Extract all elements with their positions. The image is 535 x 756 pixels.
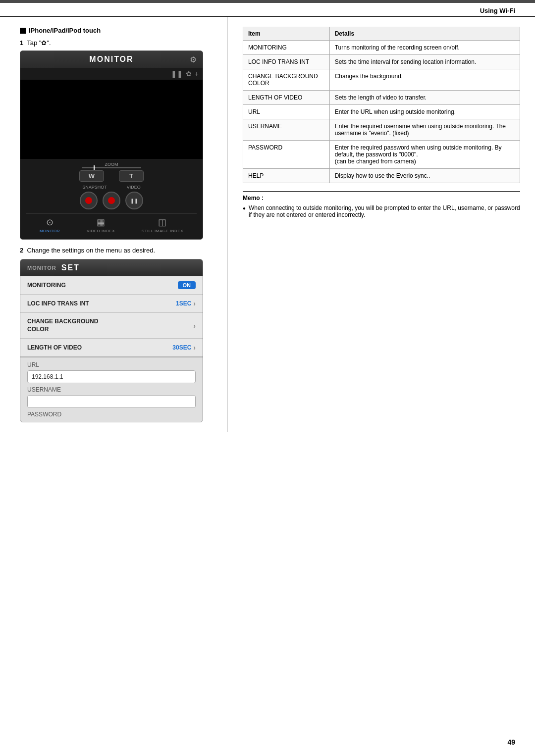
zoom-row: ZOOM xyxy=(26,162,197,168)
nav-video-index[interactable]: ▦ VIDEO INDEX xyxy=(87,217,115,233)
still-index-icon: ◫ xyxy=(158,217,166,228)
snapshot-button[interactable] xyxy=(80,192,98,209)
record-btns-row xyxy=(26,192,197,209)
record-button[interactable] xyxy=(103,192,120,209)
table-cell-details: Enter the required username when using o… xyxy=(329,119,520,141)
table-cell-item: MONITORING xyxy=(243,41,330,55)
monitor-mockup: MONITOR ⚙ ❚❚ ✿ + ZOOM xyxy=(20,50,203,240)
page-number: 49 xyxy=(507,738,515,746)
pause-icon[interactable]: ❚❚ xyxy=(171,70,183,78)
w-button[interactable]: W xyxy=(79,170,104,182)
monitor-nav-label: MONITOR xyxy=(40,229,60,233)
monitor-nav-icon: ⊙ xyxy=(46,217,54,228)
set-title-bar: MONITOR SET xyxy=(20,259,203,276)
length-video-value: 30SEC › xyxy=(172,344,196,352)
length-video-label: LENGTH OF VIDEO xyxy=(27,344,82,351)
table-cell-details: Display how to use the Everio sync.. xyxy=(329,169,520,183)
set-title: SET xyxy=(61,263,80,272)
add-icon[interactable]: + xyxy=(195,70,199,78)
table-cell-item: URL xyxy=(243,105,330,119)
set-row-change-bg[interactable]: CHANGE BACKGROUNDCOLOR › xyxy=(20,313,203,339)
video-index-label: VIDEO INDEX xyxy=(87,229,115,233)
section-icon xyxy=(20,28,26,34)
table-row: LOC INFO TRANS INT Sets the time interva… xyxy=(243,55,520,69)
table-cell-item: CHANGE BACKGROUND COLOR xyxy=(243,69,330,91)
loc-info-chevron-icon: › xyxy=(193,300,196,307)
table-cell-details: Turns monitoring of the recording screen… xyxy=(329,41,520,55)
set-mockup: MONITOR SET MONITORING ON LOC INFO TRANS… xyxy=(20,259,203,422)
set-body: MONITORING ON LOC INFO TRANS INT 1SEC › … xyxy=(20,276,203,422)
section-heading: iPhone/iPad/iPod touch xyxy=(20,27,213,34)
set-row-monitoring[interactable]: MONITORING ON xyxy=(20,276,203,295)
snap-video-row: SNAPSHOT VIDEO xyxy=(26,185,197,190)
memo-section: Memo : When connecting to outside monito… xyxy=(243,191,520,218)
change-bg-chevron-icon: › xyxy=(193,322,196,330)
table-cell-details: Enter the required password when using o… xyxy=(329,141,520,169)
monitor-title-bar: MONITOR ⚙ xyxy=(20,51,203,68)
table-cell-item: USERNAME xyxy=(243,119,330,141)
username-input[interactable] xyxy=(27,395,196,408)
set-monitoring-label: MONITORING xyxy=(27,282,66,289)
monitor-controls: ZOOM W T SNAPSHOT VIDEO xyxy=(20,159,203,239)
zoom-indicator xyxy=(94,165,95,170)
main-content: iPhone/iPad/iPod touch 1 Tap "✿". MONITO… xyxy=(0,17,535,432)
monitoring-on-badge: ON xyxy=(178,281,196,289)
table-row: LENGTH OF VIDEO Sets the length of video… xyxy=(243,91,520,105)
page-header: Using Wi-Fi xyxy=(0,3,535,17)
table-cell-item: HELP xyxy=(243,169,330,183)
length-video-chevron-icon: › xyxy=(193,344,196,352)
table-row: USERNAME Enter the required username whe… xyxy=(243,119,520,141)
video-index-icon: ▦ xyxy=(97,217,105,228)
bottom-nav: ⊙ MONITOR ▦ VIDEO INDEX ◫ STILL IMAGE IN… xyxy=(26,213,197,236)
set-monitor-label: MONITOR xyxy=(27,265,56,271)
info-table: Item Details MONITORING Turns monitoring… xyxy=(243,27,520,183)
table-cell-item: LENGTH OF VIDEO xyxy=(243,91,330,105)
snapshot-label: SNAPSHOT xyxy=(82,185,107,190)
zoom-label: ZOOM xyxy=(105,162,118,167)
table-row: PASSWORD Enter the required password whe… xyxy=(243,141,520,169)
table-row: URL Enter the URL when using outside mon… xyxy=(243,105,520,119)
url-label: URL xyxy=(27,361,196,368)
still-index-label: STILL IMAGE INDEX xyxy=(142,229,183,233)
table-cell-details: Sets the length of video to transfer. xyxy=(329,91,520,105)
section-heading-label: iPhone/iPad/iPod touch xyxy=(29,27,101,34)
url-input[interactable]: 192.168.1.1 xyxy=(27,370,196,383)
table-row: MONITORING Turns monitoring of the recor… xyxy=(243,41,520,55)
monitor-title: MONITOR xyxy=(89,55,133,64)
monitor-screen xyxy=(20,80,203,159)
right-column: Item Details MONITORING Turns monitoring… xyxy=(228,17,535,432)
loc-info-label: LOC INFO TRANS INT xyxy=(27,300,89,307)
change-bg-value: › xyxy=(193,322,196,330)
memo-text: When connecting to outside monitoring, y… xyxy=(249,204,520,218)
set-row-length-video[interactable]: LENGTH OF VIDEO 30SEC › xyxy=(20,339,203,357)
table-row: CHANGE BACKGROUND COLOR Changes the back… xyxy=(243,69,520,91)
memo-title: Memo : xyxy=(243,195,520,202)
pause-button[interactable] xyxy=(125,192,143,209)
wt-row: W T xyxy=(26,170,197,182)
url-section: URL 192.168.1.1 USERNAME PASSWORD xyxy=(20,357,203,422)
table-cell-item: PASSWORD xyxy=(243,141,330,169)
step2: 2 Change the settings on the menu as des… xyxy=(20,247,213,254)
memo-bullet: When connecting to outside monitoring, y… xyxy=(243,204,520,218)
table-row: HELP Display how to use the Everio sync.… xyxy=(243,169,520,183)
gear-icon[interactable]: ⚙ xyxy=(190,55,197,64)
table-cell-details: Changes the background. xyxy=(329,69,520,91)
step1-label: 1 Tap "✿". xyxy=(20,39,213,47)
set-row-loc-info[interactable]: LOC INFO TRANS INT 1SEC › xyxy=(20,295,203,313)
left-column: iPhone/iPad/iPod touch 1 Tap "✿". MONITO… xyxy=(0,17,228,432)
nav-monitor[interactable]: ⊙ MONITOR xyxy=(40,217,60,233)
table-cell-item: LOC INFO TRANS INT xyxy=(243,55,330,69)
zoom-bar xyxy=(82,167,141,168)
change-bg-label: CHANGE BACKGROUNDCOLOR xyxy=(27,318,98,333)
table-header-details: Details xyxy=(329,27,520,41)
table-cell-details: Enter the URL when using outside monitor… xyxy=(329,105,520,119)
monitor-toolbar: ❚❚ ✿ + xyxy=(20,68,203,80)
page-title: Using Wi-Fi xyxy=(480,7,515,14)
table-cell-details: Sets the time interval for sending locat… xyxy=(329,55,520,69)
table-header-item: Item xyxy=(243,27,330,41)
password-label: PASSWORD xyxy=(27,411,196,418)
t-button[interactable]: T xyxy=(119,170,144,182)
loc-info-value: 1SEC › xyxy=(176,300,196,307)
settings-icon[interactable]: ✿ xyxy=(186,70,192,78)
nav-still-index[interactable]: ◫ STILL IMAGE INDEX xyxy=(142,217,183,233)
